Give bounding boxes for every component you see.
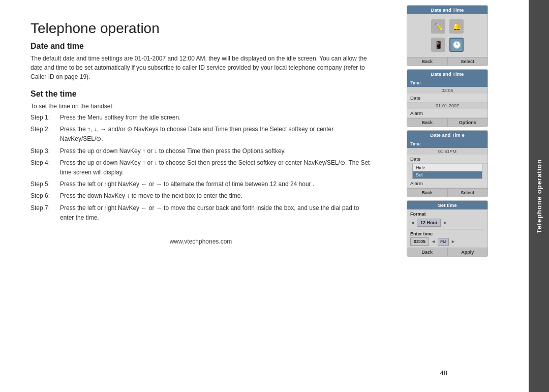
screen3-footer: Back Select xyxy=(407,188,487,197)
list-item: Step 1: Press the Menu softkey from the … xyxy=(30,113,371,123)
screen4-wrapper: Set time Format ◄ 12 Hour ► Enter time xyxy=(396,200,498,257)
screen2: Date and Time Time 03:05 Date 01-01-2007… xyxy=(407,69,488,127)
vertical-tab: Telephone operation xyxy=(529,0,549,392)
screen3-alarm-row: Alarm xyxy=(407,179,487,188)
step-text: Press the up or down NavKey ↑ or ↓ to ch… xyxy=(60,158,371,177)
screen3-hide-option[interactable]: Hide xyxy=(413,164,482,171)
format-row: Format xyxy=(410,212,484,217)
screen3-select-btn[interactable]: Select xyxy=(448,189,488,197)
screen2-time-row: Time xyxy=(407,78,487,87)
list-item: Step 7: Press the left or right NavKey ←… xyxy=(30,203,371,223)
step-text: Press the left or right NavKey ← or → to… xyxy=(60,203,371,223)
list-item: Step 5: Press the left or right NavKey ←… xyxy=(30,179,371,189)
alarm-icon: 🔔 xyxy=(449,19,464,34)
screen2-back-btn[interactable]: Back xyxy=(407,118,448,127)
screen3-header: Date and Tim e xyxy=(407,131,487,139)
screen3-body: Time 01:51PM Date Hide Set Alarm xyxy=(407,139,487,188)
screen2-date-value: 01-01-2007 xyxy=(407,103,487,109)
screen1-header: Date and Time xyxy=(407,6,487,14)
screen1-back-btn[interactable]: Back xyxy=(407,57,448,66)
section1-title: Date and time xyxy=(30,42,371,51)
step-text: Press the left or right NavKey ← or → to… xyxy=(60,179,371,189)
screen1-body: ✏️ 🔔 📱 🕐 xyxy=(407,14,487,57)
section1-body: The default date and time settings are 0… xyxy=(30,54,371,81)
step-num: Step 2: xyxy=(30,125,56,144)
step-num: Step 3: xyxy=(30,146,56,156)
screen2-body: Time 03:05 Date 01-01-2007 Alarm xyxy=(407,78,487,118)
clock-icon: 🕐 xyxy=(449,38,464,52)
screen2-time-value: 03:05 xyxy=(407,87,487,94)
screen2-options-btn[interactable]: Options xyxy=(448,118,488,127)
calendar-icon: ✏️ xyxy=(431,19,445,34)
screen1: Date and Time ✏️ 🔔 📱 🕐 Back Select xyxy=(407,5,488,66)
page-number: 48 xyxy=(440,369,447,377)
step-num: Step 5: xyxy=(30,179,56,189)
page-title: Telephone operation xyxy=(30,20,371,37)
main-content: Telephone operation Date and time The de… xyxy=(0,0,396,392)
screen3-time-value: 01:51PM xyxy=(407,148,487,155)
screen2-footer: Back Options xyxy=(407,118,487,127)
enter-time-label: Enter time xyxy=(410,231,484,236)
list-item: Step 6: Press the down NavKey ↓ to move … xyxy=(30,191,371,201)
list-item: Step 4: Press the up or down NavKey ↑ or… xyxy=(30,158,371,177)
screen3-set-option[interactable]: Set xyxy=(413,171,482,178)
screen4-body: Format ◄ 12 Hour ► Enter time 02:05 ◄ PM… xyxy=(407,209,487,248)
screen4-footer: Back Apply xyxy=(407,248,487,256)
screen4: Set time Format ◄ 12 Hour ► Enter time xyxy=(407,200,488,257)
phone-icon: 📱 xyxy=(431,38,445,52)
step-num: Step 6: xyxy=(30,191,56,201)
screen1-footer: Back Select xyxy=(407,57,487,66)
step-text: Press the up or down NavKey ↑ or ↓ to ch… xyxy=(60,146,371,156)
screen4-header: Set time xyxy=(407,201,487,209)
screen4-back-btn[interactable]: Back xyxy=(407,248,448,256)
step-num: Step 7: xyxy=(30,203,56,223)
section2-intro: To set the time on the handset: xyxy=(30,102,371,111)
screen3-dropdown: Hide Set xyxy=(412,164,482,179)
screen3: Date and Tim e Time 01:51PM Date Hide Se… xyxy=(407,130,488,197)
screen1-icons-row2: 📱 🕐 xyxy=(410,36,484,54)
list-item: Step 3: Press the up or down NavKey ↑ or… xyxy=(30,146,371,156)
right-sidebar: Date and Time ✏️ 🔔 📱 🕐 Back Select Date … xyxy=(396,0,498,392)
vertical-tab-label: Telephone operation xyxy=(535,159,543,233)
format-label: Format xyxy=(410,212,426,217)
screen3-time-row: Time xyxy=(407,139,487,148)
screen3-back-btn[interactable]: Back xyxy=(407,189,448,197)
screen1-select-btn[interactable]: Select xyxy=(448,57,488,66)
screen2-header: Date and Time xyxy=(407,70,487,78)
screen2-wrapper: Date and Time Time 03:05 Date 01-01-2007… xyxy=(396,69,498,127)
format-value: 12 Hour xyxy=(420,220,438,225)
time-right-arrow[interactable]: ► xyxy=(451,239,455,244)
time-input-box[interactable]: 02:05 xyxy=(410,237,429,246)
step-num: Step 1: xyxy=(30,113,56,123)
pm-box: PM xyxy=(438,238,449,246)
format-right-arrow[interactable]: ► xyxy=(443,220,447,225)
screen3-wrapper: Date and Tim e Time 01:51PM Date Hide Se… xyxy=(396,130,498,197)
screen2-alarm-row: Alarm xyxy=(407,109,487,118)
screen2-date-row: Date xyxy=(407,94,487,103)
screen1-wrapper: Date and Time ✏️ 🔔 📱 🕐 Back Select xyxy=(396,5,498,66)
screen4-apply-btn[interactable]: Apply xyxy=(448,248,488,256)
time-left-arrow[interactable]: ◄ xyxy=(431,239,436,244)
step-text: Press the down NavKey ↓ to move to the n… xyxy=(60,191,371,201)
format-left-arrow[interactable]: ◄ xyxy=(410,220,415,225)
time-input-row: 02:05 ◄ PM ► xyxy=(410,237,484,246)
step-text: Press the Menu softkey from the idle scr… xyxy=(60,113,371,123)
divider xyxy=(410,229,484,229)
footer-url: www.vtechphones.com xyxy=(30,238,371,245)
list-item: Step 2: Press the ↑, ↓, → and/or ⊙ NavKe… xyxy=(30,125,371,144)
screen3-date-row: Date xyxy=(407,155,487,164)
format-value-box: 12 Hour xyxy=(417,219,441,227)
step-num: Step 4: xyxy=(30,158,56,177)
step-text: Press the ↑, ↓, → and/or ⊙ NavKeys to ch… xyxy=(60,125,371,144)
format-value-row: ◄ 12 Hour ► xyxy=(410,219,484,227)
steps-list: Step 1: Press the Menu softkey from the … xyxy=(30,113,371,223)
screen1-icons-row: ✏️ 🔔 xyxy=(410,17,484,36)
section2-title: Set the time xyxy=(30,89,371,99)
